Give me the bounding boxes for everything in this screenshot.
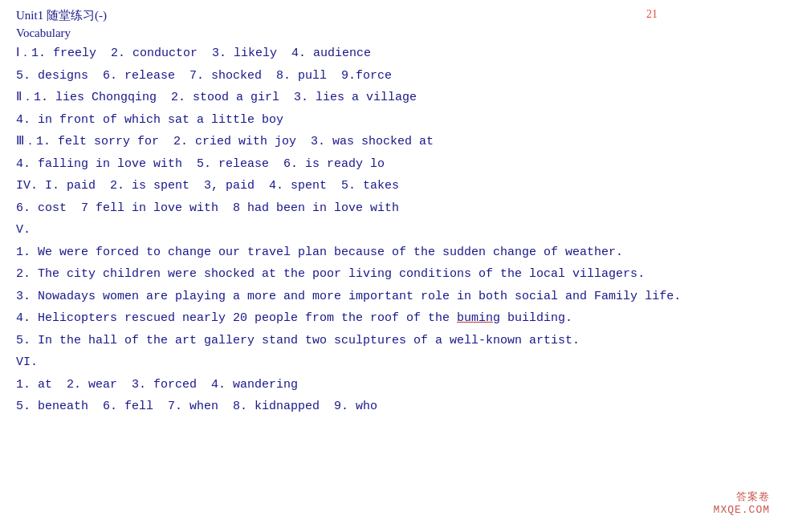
section-II-line-2: 4. in front of which sat a little boy: [16, 110, 770, 131]
vocabulary-heading: Vocabulary: [16, 26, 770, 40]
underlined-word: buming: [457, 311, 500, 325]
section-I: Ⅰ．1. freely 2. conductor 3. likely 4. au…: [16, 43, 770, 86]
section-IV-line-1: IV. I. paid 2. is spent 3, paid 4. spent…: [16, 176, 770, 197]
section-V-line-4: 4. Helicopters rescued nearly 20 people …: [16, 308, 770, 329]
section-V: V. 1. We were forced to change our trave…: [16, 220, 770, 351]
section-III-line-1: Ⅲ．1. felt sorry for 2. cried with joy 3.…: [16, 132, 770, 152]
section-I-line-1: Ⅰ．1. freely 2. conductor 3. likely 4. au…: [16, 43, 770, 64]
section-IV: IV. I. paid 2. is spent 3, paid 4. spent…: [16, 176, 770, 218]
section-II-line-1: Ⅱ．1. lies Chongqing 2. stood a girl 3. l…: [16, 87, 770, 108]
watermark-bottom-text: MXQE.COM: [714, 504, 770, 516]
watermark-top-text: 答案卷: [714, 489, 770, 504]
section-I-line-2: 5. designs 6. release 7. shocked 8. pull…: [16, 66, 770, 87]
section-VI-line-2: 5. beneath 6. fell 7. when 8. kidnapped …: [16, 396, 770, 417]
section-IV-line-2: 6. cost 7 fell in love with 8 had been i…: [16, 198, 770, 219]
section-V-line-2: 2. The city children were shocked at the…: [16, 264, 770, 285]
section-V-line-3: 3. Nowadays women are playing a more and…: [16, 286, 770, 307]
section-III: Ⅲ．1. felt sorry for 2. cried with joy 3.…: [16, 132, 770, 174]
section-VI-line-1: 1. at 2. wear 3. forced 4. wandering: [16, 375, 770, 396]
section-VI: VI. 1. at 2. wear 3. forced 4. wandering…: [16, 352, 770, 417]
section-VI-label: VI.: [16, 352, 770, 373]
top-red-label: 21: [646, 8, 658, 21]
section-V-line-1: 1. We were forced to change our travel p…: [16, 242, 770, 263]
section-II: Ⅱ．1. lies Chongqing 2. stood a girl 3. l…: [16, 87, 770, 130]
watermark: 答案卷 MXQE.COM: [714, 489, 770, 516]
section-V-line-5: 5. In the hall of the art gallery stand …: [16, 331, 770, 351]
section-V-label: V.: [16, 220, 770, 241]
section-III-line-2: 4. falling in love with 5. release 6. is…: [16, 154, 770, 175]
